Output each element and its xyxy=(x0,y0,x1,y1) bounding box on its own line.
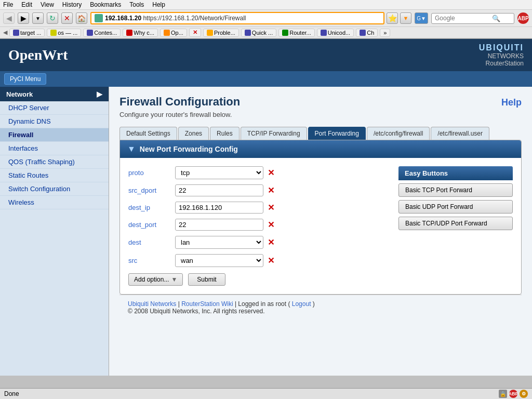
field-link-dest-ip[interactable]: dest_ip xyxy=(128,204,150,211)
bookmark-label: Ch xyxy=(367,30,374,36)
footer-close-paren: ) xyxy=(313,300,315,308)
page-footer: Ubiquiti Networks | RouterStation Wiki |… xyxy=(119,295,522,320)
form-row-dest: dest lan wan loopback ✕ xyxy=(128,236,388,249)
sidebar-item-qos[interactable]: QOS (Traffic Shaping) xyxy=(0,155,109,169)
openwrt-logo: OpenWrt xyxy=(8,47,68,63)
proto-select[interactable]: tcp udp tcp+udp xyxy=(175,166,263,179)
menu-history[interactable]: History xyxy=(62,1,82,8)
main-content: Firewall Configuration Configure your ro… xyxy=(109,87,532,376)
bookmark-label: Router... xyxy=(289,30,311,36)
dest-port-delete[interactable]: ✕ xyxy=(268,220,274,230)
status-text: Done xyxy=(4,390,19,397)
proto-delete[interactable]: ✕ xyxy=(268,168,274,178)
dest-select[interactable]: lan wan loopback xyxy=(175,236,263,249)
src-dport-input[interactable] xyxy=(175,184,263,196)
rss-button[interactable]: ▼ xyxy=(400,12,411,24)
sidebar-item-switch[interactable]: Switch Configuration xyxy=(0,182,109,196)
status-bar: Done 🔒 ABP ⚙ xyxy=(0,388,532,399)
menu-view[interactable]: View xyxy=(41,1,54,8)
menu-file[interactable]: File xyxy=(3,1,13,8)
footer-logout-link[interactable]: Logout xyxy=(292,300,311,308)
easy-btn-udp[interactable]: Basic UDP Port Forward xyxy=(398,200,513,214)
forward-button[interactable]: ▶ xyxy=(18,12,29,24)
gold-status-icon: ⚙ xyxy=(520,390,528,398)
pycimenu-button[interactable]: PyCI Menu xyxy=(4,73,46,85)
bookmark-why[interactable]: Why c... xyxy=(123,29,158,37)
dest-port-input[interactable] xyxy=(175,219,263,231)
field-link-dest-port[interactable]: dest_port xyxy=(128,221,156,229)
submit-button[interactable]: Submit xyxy=(188,273,225,286)
sidebar-item-ddns[interactable]: Dynamic DNS xyxy=(0,115,109,128)
dest-ip-delete[interactable]: ✕ xyxy=(268,203,274,212)
sidebar-item-static-routes[interactable]: Static Routes xyxy=(0,169,109,182)
tab-zones[interactable]: Zones xyxy=(178,127,209,140)
field-link-src[interactable]: src xyxy=(128,257,137,264)
bookmark-x-stop[interactable]: ✕ xyxy=(189,28,201,37)
easy-btn-tcpudp[interactable]: Basic TCP/UDP Port Forward xyxy=(398,217,513,230)
help-button[interactable]: Help xyxy=(501,97,522,108)
bookmark-favicon xyxy=(360,30,366,36)
tab-firewall-user[interactable]: /etc/firewall.user xyxy=(431,127,489,140)
refresh-button[interactable]: ↻ xyxy=(47,12,58,24)
go-button[interactable]: ⭐ xyxy=(387,12,398,24)
sidebar-item-firewall[interactable]: Firewall xyxy=(0,128,109,142)
bookmark-target[interactable]: target ... xyxy=(9,29,45,37)
tab-bar: Default Settings Zones Rules TCP/IP Forw… xyxy=(119,127,522,140)
add-option-button[interactable]: Add option... ▼ xyxy=(128,273,183,286)
footer-link-wiki[interactable]: RouterStation Wiki xyxy=(181,300,233,308)
bookmark-quick[interactable]: Quick ... xyxy=(241,29,276,37)
add-option-label: Add option... xyxy=(134,276,169,283)
footer-link-ubiquiti[interactable]: Ubiquiti Networks xyxy=(128,300,176,308)
field-link-dest[interactable]: dest xyxy=(128,238,141,246)
bookmark-unicode[interactable]: Unicod... xyxy=(317,29,354,37)
config-header: ▼ New Port Forwarding Config xyxy=(120,140,521,158)
bookmark-more[interactable]: » xyxy=(380,29,390,37)
search-icon[interactable]: 🔍 xyxy=(492,15,500,22)
field-link-proto[interactable]: proto xyxy=(128,169,144,177)
menu-edit[interactable]: Edit xyxy=(21,1,32,8)
menu-help[interactable]: Help xyxy=(152,1,165,8)
back-button[interactable]: ◀ xyxy=(3,12,15,24)
page-wrap: OpenWrt UBIQUITI NETWORKS RouterStation … xyxy=(0,39,532,376)
bookmark-ch[interactable]: Ch xyxy=(356,29,378,37)
sidebar-item-wireless[interactable]: Wireless xyxy=(0,196,109,209)
browser-toolbar: ◀ ▶ ▼ ↻ ✕ 🏠 192.168.1.20 https://192.168… xyxy=(0,10,532,27)
home-button[interactable]: 🏠 xyxy=(76,12,87,24)
sidebar-item-interfaces[interactable]: Interfaces xyxy=(0,142,109,155)
tab-rules[interactable]: Rules xyxy=(210,127,240,140)
bookmark-contes[interactable]: Contes... xyxy=(83,29,121,37)
tab-default-settings[interactable]: Default Settings xyxy=(119,127,177,140)
menu-bookmarks[interactable]: Bookmarks xyxy=(90,1,121,8)
dropdown-button[interactable]: ▼ xyxy=(32,12,44,24)
tab-tcpip-forwarding[interactable]: TCP/IP Forwarding xyxy=(241,127,307,140)
src-delete[interactable]: ✕ xyxy=(268,256,274,265)
bookmark-problem[interactable]: Proble... xyxy=(203,29,239,37)
sidebar-item-dhcp[interactable]: DHCP Server xyxy=(0,101,109,115)
pycimenu-bar: PyCI Menu xyxy=(0,71,532,87)
add-option-dropdown-icon[interactable]: ▼ xyxy=(171,276,177,283)
stop-button[interactable]: ✕ xyxy=(61,12,73,24)
bookmark-os[interactable]: os — ... xyxy=(47,29,81,37)
search-engine-btn[interactable]: G▼ xyxy=(415,12,428,24)
dest-delete[interactable]: ✕ xyxy=(268,237,274,247)
menu-tools[interactable]: Tools xyxy=(129,1,144,8)
search-input[interactable] xyxy=(435,15,492,22)
bookmark-label: Unicod... xyxy=(328,30,350,36)
bookmark-favicon xyxy=(126,30,132,36)
field-link-src-dport[interactable]: src_dport xyxy=(128,187,156,194)
dest-ip-input[interactable] xyxy=(175,202,263,214)
abp-button[interactable]: ABP xyxy=(517,12,529,24)
src-select[interactable]: wan lan loopback xyxy=(175,254,263,267)
bookmark-router[interactable]: Router... xyxy=(278,29,315,37)
src-dport-delete[interactable]: ✕ xyxy=(268,185,274,195)
bookmarks-arrow-left[interactable]: ◀ xyxy=(3,29,7,36)
address-input-wrap[interactable]: 192.168.1.20 https://192.168.1.20/Networ… xyxy=(90,12,384,24)
tab-config-firewall[interactable]: /etc/config/firewall xyxy=(367,127,430,140)
status-icons: 🔒 ABP ⚙ xyxy=(499,390,528,398)
easy-btn-tcp[interactable]: Basic TCP Port Forward xyxy=(398,183,513,197)
bookmark-favicon xyxy=(282,30,288,36)
tab-port-forwarding[interactable]: Port Forwarding xyxy=(308,127,366,140)
bookmark-op[interactable]: Op... xyxy=(160,29,187,37)
search-bar: 🔍 xyxy=(431,13,514,24)
config-collapse-arrow[interactable]: ▼ xyxy=(127,144,136,154)
